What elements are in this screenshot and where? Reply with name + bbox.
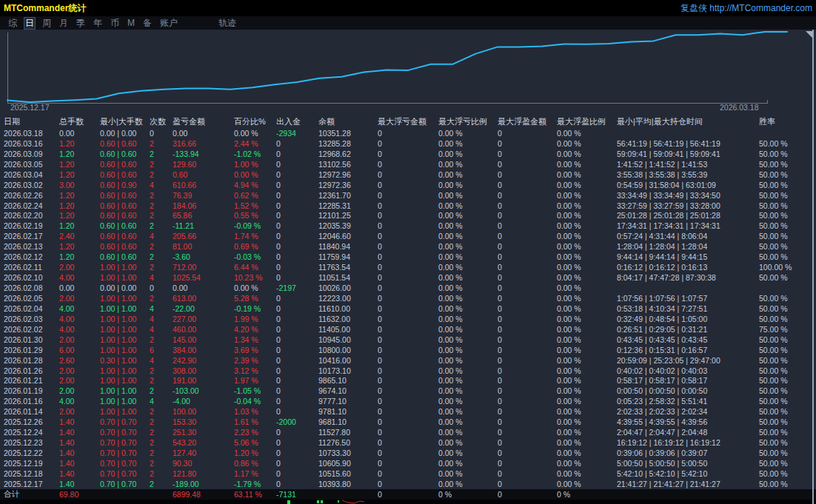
cell-max-float-profit-pct: 0.00 % bbox=[557, 252, 617, 261]
table-row[interactable]: 2026.01.142.001.00 | 1.002100.001.03 %09… bbox=[0, 406, 816, 417]
cell-date: 2026.02.13 bbox=[4, 242, 59, 251]
menu-item-m[interactable]: M bbox=[127, 18, 136, 29]
cell-count: 4 bbox=[150, 325, 173, 334]
cell-win-rate: 50.00 % bbox=[759, 366, 816, 375]
cell-max-float-loss-pct: 0.00 % bbox=[438, 428, 498, 437]
table-row[interactable]: 2025.12.221.400.70 | 0.702127.401.20 %01… bbox=[0, 448, 816, 458]
table-row[interactable]: 2026.03.161.200.60 | 0.602316.662.44 %01… bbox=[0, 138, 816, 149]
cell-balance: 9681.10 bbox=[318, 417, 378, 426]
cell-balance: 12968.62 bbox=[318, 149, 378, 158]
cell-in-out: 0 bbox=[276, 232, 318, 241]
table-row[interactable]: 2026.02.112.001.00 | 1.002712.006.44 %01… bbox=[0, 262, 816, 272]
cell-max-float-loss: 0 bbox=[378, 490, 438, 499]
cell-pl-amount: -4.00 bbox=[173, 397, 234, 406]
cell-pl-amount: 129.60 bbox=[173, 160, 234, 169]
table-row[interactable]: 2026.02.044.001.00 | 1.004-22.00-0.19 %0… bbox=[0, 303, 816, 314]
table-row[interactable]: 2026.02.261.200.60 | 0.60276.390.62 %012… bbox=[0, 190, 816, 201]
table-row[interactable]: 2026.01.282.600.30 | 1.004242.902.39 %01… bbox=[0, 355, 816, 366]
table-total-row[interactable]: 合计69.806899.4863.11 %-713100 %00 % bbox=[0, 489, 816, 500]
table-row[interactable]: 2025.12.191.400.70 | 0.70290.300.86 %010… bbox=[0, 458, 816, 468]
table-row[interactable]: 2026.01.192.001.00 | 1.002-103.00-1.05 %… bbox=[0, 386, 816, 396]
table-row[interactable]: 2026.02.241.200.60 | 0.602184.061.52 %01… bbox=[0, 201, 816, 211]
table-row[interactable]: 2026.01.164.001.00 | 1.004-4.00-0.04 %09… bbox=[0, 396, 816, 406]
cell-in-out: -2197 bbox=[276, 283, 318, 292]
cell-date: 2026.02.12 bbox=[4, 252, 59, 261]
table-row[interactable]: 2026.01.302.001.00 | 1.002145.001.34 %01… bbox=[0, 335, 816, 345]
cell-hold-time: 0:53:18 | 4:10:34 | 7:27:51 bbox=[617, 304, 759, 313]
cell-minmax-lots: 0.60 | 0.60 bbox=[100, 139, 150, 148]
cell-percent: 0.62 % bbox=[234, 191, 276, 200]
cell-percent: 10.23 % bbox=[234, 273, 276, 282]
cell-win-rate: 50.00 % bbox=[759, 294, 816, 303]
cell-count: 4 bbox=[150, 315, 173, 323]
table-row[interactable]: 2026.02.024.001.00 | 1.004460.004.20 %01… bbox=[0, 324, 816, 335]
table-row[interactable]: 2026.02.104.001.00 | 1.0041025.5410.23 %… bbox=[0, 272, 816, 283]
cell-max-float-loss: 0 bbox=[378, 366, 438, 375]
cell-total-lots: 1.40 bbox=[59, 438, 100, 447]
col-header-win-rate: 胜率 bbox=[759, 116, 816, 127]
table-row[interactable]: 2025.12.261.400.70 | 0.702153.301.61 %-2… bbox=[0, 417, 816, 427]
cell-balance: 10515.60 bbox=[318, 469, 378, 478]
table-row[interactable]: 2026.01.212.001.00 | 1.002191.001.97 %09… bbox=[0, 376, 816, 386]
table-row[interactable]: 2026.01.296.001.00 | 1.006384.003.69 %01… bbox=[0, 345, 816, 355]
cell-balance: 11051.54 bbox=[318, 273, 378, 282]
table-row[interactable]: 2025.12.231.400.70 | 0.702543.205.06 %01… bbox=[0, 437, 816, 448]
table-row[interactable]: 2026.02.131.200.60 | 0.60281.000.69 %011… bbox=[0, 241, 816, 252]
menu-item-note[interactable]: 备 bbox=[142, 18, 153, 29]
table-row[interactable]: 2026.02.052.001.00 | 1.002613.005.28 %01… bbox=[0, 293, 816, 303]
table-row[interactable]: 2026.03.051.200.60 | 0.602129.601.00 %01… bbox=[0, 159, 816, 169]
cell-total-lots: 2.00 bbox=[59, 376, 100, 385]
cell-hold-time: 0:00:50 | 0:00:50 | 0:00:50 bbox=[617, 386, 759, 395]
cell-max-float-loss-pct: 0.00 % bbox=[438, 242, 498, 251]
cell-max-float-loss-pct: 0.00 % bbox=[438, 438, 498, 447]
menu-item-daily[interactable]: 日 bbox=[24, 18, 35, 29]
cell-max-float-loss: 0 bbox=[378, 469, 438, 478]
menu-item-quarterly[interactable]: 季 bbox=[76, 18, 86, 29]
equity-chart-panel: 2025.12.17 2026.03.18 bbox=[0, 30, 816, 115]
cell-count: 2 bbox=[150, 242, 173, 251]
table-row[interactable]: 2025.12.241.400.70 | 0.702251.302.23 %01… bbox=[0, 427, 816, 437]
equity-chart bbox=[0, 30, 816, 115]
menu-item-trajectory[interactable]: 轨迹 bbox=[218, 18, 237, 29]
table-row[interactable]: 2026.02.191.200.60 | 0.602-11.21-0.09 %0… bbox=[0, 221, 816, 231]
menu-item-account[interactable]: 账户 bbox=[159, 18, 178, 29]
cell-total-lots: 1.40 bbox=[59, 448, 100, 457]
cell-max-float-profit-pct: 0.00 % bbox=[557, 160, 617, 169]
table-row[interactable]: 2026.03.023.000.60 | 0.904610.664.94 %01… bbox=[0, 180, 816, 190]
table-row[interactable]: 2026.02.034.001.00 | 1.004227.001.99 %01… bbox=[0, 314, 816, 324]
cell-hold-time: 33:27:59 | 33:27:59 | 33:28:00 bbox=[617, 201, 759, 210]
table-row[interactable]: 2026.02.121.200.60 | 0.602-3.60-0.03 %01… bbox=[0, 252, 816, 262]
table-header-row: 日期 总手数 最小|大手数 次数 盈亏金额 百分比% 出入金 余额 最大浮亏金额… bbox=[0, 115, 816, 128]
cell-win-rate: 50.00 % bbox=[759, 181, 816, 189]
cell-minmax-lots: 0.60 | 0.60 bbox=[100, 191, 150, 200]
menu-item-overview[interactable]: 综 bbox=[7, 18, 18, 29]
table-row[interactable]: 2025.12.171.400.70 | 0.702-189.00-1.79 %… bbox=[0, 479, 816, 489]
cell-in-out: 0 bbox=[276, 315, 318, 323]
cell-max-float-loss-pct: 0.00 % bbox=[438, 170, 498, 179]
table-row[interactable]: 2026.02.080.000.00 | 0.0000.000.00 %-219… bbox=[0, 283, 816, 293]
menu-item-monthly[interactable]: 月 bbox=[58, 18, 69, 29]
menu-item-yearly[interactable]: 年 bbox=[93, 18, 103, 29]
menu-item-currency[interactable]: 币 bbox=[110, 18, 120, 29]
cell-max-float-loss-pct: 0.00 % bbox=[438, 469, 498, 478]
cell-percent: 1.97 % bbox=[234, 376, 276, 385]
cell-balance: 13102.56 bbox=[318, 160, 378, 169]
table-row[interactable]: 2025.12.181.400.70 | 0.702121.801.17 %01… bbox=[0, 468, 816, 479]
cell-date: 2026.01.16 bbox=[4, 397, 59, 406]
cell-max-float-profit: 0 bbox=[498, 263, 557, 272]
cell-win-rate: 50.00 % bbox=[759, 346, 816, 355]
table-row[interactable]: 2026.01.262.001.00 | 1.002308.003.12 %01… bbox=[0, 366, 816, 376]
table-row[interactable]: 2026.03.180.000.00 | 0.0000.000.00 %-293… bbox=[0, 128, 816, 138]
table-row[interactable]: 2026.02.172.400.60 | 0.604205.661.74 %01… bbox=[0, 231, 816, 241]
table-row[interactable]: 2026.03.041.200.60 | 0.6020.600.00 %0129… bbox=[0, 169, 816, 180]
table-row[interactable]: 2026.02.201.200.60 | 0.60265.860.55 %012… bbox=[0, 211, 816, 221]
table-row[interactable]: 2026.03.091.200.60 | 0.602-133.94-1.02 %… bbox=[0, 149, 816, 159]
cell-max-float-loss: 0 bbox=[378, 252, 438, 261]
col-header-date: 日期 bbox=[4, 116, 59, 127]
cell-max-float-loss-pct: 0.00 % bbox=[438, 149, 498, 158]
cell-pl-amount: 121.80 bbox=[173, 469, 234, 478]
brand-link[interactable]: 复盘侠 http://MTCommander.com bbox=[680, 2, 812, 15]
cell-total-lots: 4.00 bbox=[59, 325, 100, 334]
cell-date: 2026.02.05 bbox=[4, 294, 59, 303]
menu-item-weekly[interactable]: 周 bbox=[41, 18, 52, 29]
